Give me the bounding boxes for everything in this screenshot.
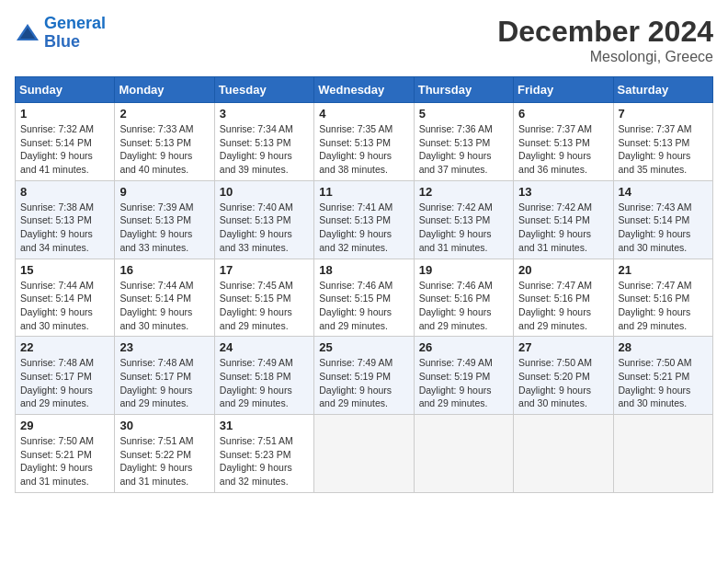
day-info: Sunrise: 7:34 AM Sunset: 5:13 PM Dayligh… bbox=[220, 122, 309, 177]
table-cell: 13Sunrise: 7:42 AM Sunset: 5:14 PM Dayli… bbox=[514, 180, 613, 259]
day-number: 14 bbox=[619, 185, 708, 199]
day-info: Sunrise: 7:51 AM Sunset: 5:22 PM Dayligh… bbox=[119, 434, 209, 488]
day-info: Sunrise: 7:32 AM Sunset: 5:14 PM Dayligh… bbox=[20, 122, 109, 177]
table-cell: 26Sunrise: 7:49 AM Sunset: 5:19 PM Dayli… bbox=[414, 337, 513, 415]
location-title: Mesolongi, Greece bbox=[497, 49, 713, 65]
table-cell: 20Sunrise: 7:47 AM Sunset: 5:16 PM Dayli… bbox=[514, 259, 613, 337]
table-cell: 28Sunrise: 7:50 AM Sunset: 5:21 PM Dayli… bbox=[613, 337, 712, 415]
logo: General Blue bbox=[15, 15, 106, 52]
table-cell: 1Sunrise: 7:32 AM Sunset: 5:14 PM Daylig… bbox=[16, 103, 115, 181]
day-number: 28 bbox=[619, 340, 708, 354]
day-number: 23 bbox=[119, 340, 209, 354]
day-number: 29 bbox=[20, 419, 109, 432]
day-number: 2 bbox=[119, 107, 209, 121]
table-cell: 2Sunrise: 7:33 AM Sunset: 5:13 PM Daylig… bbox=[115, 103, 214, 181]
day-number: 4 bbox=[319, 107, 408, 121]
calendar-table: Sunday Monday Tuesday Wednesday Thursday… bbox=[15, 76, 713, 493]
col-saturday: Saturday bbox=[613, 77, 712, 103]
day-number: 17 bbox=[220, 263, 309, 277]
calendar-week-row: 1Sunrise: 7:32 AM Sunset: 5:14 PM Daylig… bbox=[16, 103, 713, 181]
table-cell: 31Sunrise: 7:51 AM Sunset: 5:23 PM Dayli… bbox=[214, 415, 313, 493]
day-info: Sunrise: 7:51 AM Sunset: 5:23 PM Dayligh… bbox=[220, 434, 309, 488]
col-wednesday: Wednesday bbox=[314, 77, 414, 103]
table-cell: 15Sunrise: 7:44 AM Sunset: 5:14 PM Dayli… bbox=[16, 259, 115, 337]
table-cell: 8Sunrise: 7:38 AM Sunset: 5:13 PM Daylig… bbox=[16, 180, 115, 259]
day-info: Sunrise: 7:35 AM Sunset: 5:13 PM Dayligh… bbox=[319, 122, 408, 177]
table-cell bbox=[613, 415, 712, 493]
logo-line2: Blue bbox=[44, 32, 80, 51]
table-cell: 22Sunrise: 7:48 AM Sunset: 5:17 PM Dayli… bbox=[16, 337, 115, 415]
day-number: 20 bbox=[518, 263, 608, 277]
col-friday: Friday bbox=[514, 77, 613, 103]
day-info: Sunrise: 7:40 AM Sunset: 5:13 PM Dayligh… bbox=[220, 201, 309, 255]
page-header: General Blue December 2024 Mesolongi, Gr… bbox=[15, 15, 713, 65]
day-number: 27 bbox=[518, 340, 608, 354]
table-cell: 21Sunrise: 7:47 AM Sunset: 5:16 PM Dayli… bbox=[613, 259, 712, 337]
table-cell: 29Sunrise: 7:50 AM Sunset: 5:21 PM Dayli… bbox=[16, 415, 115, 493]
calendar-week-row: 29Sunrise: 7:50 AM Sunset: 5:21 PM Dayli… bbox=[16, 415, 713, 493]
day-info: Sunrise: 7:49 AM Sunset: 5:19 PM Dayligh… bbox=[319, 356, 408, 410]
table-cell: 30Sunrise: 7:51 AM Sunset: 5:22 PM Dayli… bbox=[115, 415, 214, 493]
calendar-week-row: 15Sunrise: 7:44 AM Sunset: 5:14 PM Dayli… bbox=[16, 259, 713, 337]
day-info: Sunrise: 7:37 AM Sunset: 5:13 PM Dayligh… bbox=[518, 122, 608, 177]
title-section: December 2024 Mesolongi, Greece bbox=[497, 15, 713, 65]
day-number: 13 bbox=[518, 185, 608, 199]
table-cell: 7Sunrise: 7:37 AM Sunset: 5:13 PM Daylig… bbox=[613, 103, 712, 181]
col-thursday: Thursday bbox=[414, 77, 513, 103]
day-info: Sunrise: 7:44 AM Sunset: 5:14 PM Dayligh… bbox=[20, 279, 109, 333]
table-cell: 4Sunrise: 7:35 AM Sunset: 5:13 PM Daylig… bbox=[314, 103, 414, 181]
table-cell: 27Sunrise: 7:50 AM Sunset: 5:20 PM Dayli… bbox=[514, 337, 613, 415]
day-info: Sunrise: 7:37 AM Sunset: 5:13 PM Dayligh… bbox=[619, 122, 708, 177]
day-info: Sunrise: 7:36 AM Sunset: 5:13 PM Dayligh… bbox=[419, 122, 508, 177]
table-cell: 23Sunrise: 7:48 AM Sunset: 5:17 PM Dayli… bbox=[115, 337, 214, 415]
table-cell: 3Sunrise: 7:34 AM Sunset: 5:13 PM Daylig… bbox=[214, 103, 313, 181]
header-row: Sunday Monday Tuesday Wednesday Thursday… bbox=[16, 77, 713, 103]
calendar-week-row: 22Sunrise: 7:48 AM Sunset: 5:17 PM Dayli… bbox=[16, 337, 713, 415]
day-info: Sunrise: 7:47 AM Sunset: 5:16 PM Dayligh… bbox=[619, 279, 708, 333]
day-info: Sunrise: 7:43 AM Sunset: 5:14 PM Dayligh… bbox=[619, 201, 708, 255]
day-number: 30 bbox=[119, 419, 209, 432]
day-info: Sunrise: 7:50 AM Sunset: 5:21 PM Dayligh… bbox=[619, 356, 708, 410]
day-info: Sunrise: 7:48 AM Sunset: 5:17 PM Dayligh… bbox=[20, 356, 109, 410]
table-cell: 24Sunrise: 7:49 AM Sunset: 5:18 PM Dayli… bbox=[214, 337, 313, 415]
calendar-header: Sunday Monday Tuesday Wednesday Thursday… bbox=[16, 77, 713, 103]
day-number: 11 bbox=[319, 185, 408, 199]
day-info: Sunrise: 7:45 AM Sunset: 5:15 PM Dayligh… bbox=[220, 279, 309, 333]
table-cell: 9Sunrise: 7:39 AM Sunset: 5:13 PM Daylig… bbox=[115, 180, 214, 259]
day-number: 6 bbox=[518, 107, 608, 121]
logo-line1: General bbox=[44, 14, 106, 32]
day-number: 18 bbox=[319, 263, 408, 277]
day-number: 16 bbox=[119, 263, 209, 277]
table-cell: 5Sunrise: 7:36 AM Sunset: 5:13 PM Daylig… bbox=[414, 103, 513, 181]
table-cell: 19Sunrise: 7:46 AM Sunset: 5:16 PM Dayli… bbox=[414, 259, 513, 337]
col-monday: Monday bbox=[115, 77, 214, 103]
day-info: Sunrise: 7:47 AM Sunset: 5:16 PM Dayligh… bbox=[518, 279, 608, 333]
table-cell bbox=[314, 415, 414, 493]
day-info: Sunrise: 7:38 AM Sunset: 5:13 PM Dayligh… bbox=[20, 201, 109, 255]
table-cell: 11Sunrise: 7:41 AM Sunset: 5:13 PM Dayli… bbox=[314, 180, 414, 259]
col-sunday: Sunday bbox=[16, 77, 115, 103]
day-number: 1 bbox=[20, 107, 109, 121]
table-cell bbox=[414, 415, 513, 493]
day-info: Sunrise: 7:48 AM Sunset: 5:17 PM Dayligh… bbox=[119, 356, 209, 410]
table-cell: 14Sunrise: 7:43 AM Sunset: 5:14 PM Dayli… bbox=[613, 180, 712, 259]
logo-text: General Blue bbox=[44, 15, 106, 52]
day-number: 25 bbox=[319, 340, 408, 354]
day-info: Sunrise: 7:39 AM Sunset: 5:13 PM Dayligh… bbox=[119, 201, 209, 255]
col-tuesday: Tuesday bbox=[214, 77, 313, 103]
day-number: 26 bbox=[419, 340, 508, 354]
day-number: 8 bbox=[20, 185, 109, 199]
day-number: 24 bbox=[220, 340, 309, 354]
day-info: Sunrise: 7:42 AM Sunset: 5:14 PM Dayligh… bbox=[518, 201, 608, 255]
day-info: Sunrise: 7:46 AM Sunset: 5:16 PM Dayligh… bbox=[419, 279, 508, 333]
table-cell bbox=[514, 415, 613, 493]
table-cell: 25Sunrise: 7:49 AM Sunset: 5:19 PM Dayli… bbox=[314, 337, 414, 415]
day-info: Sunrise: 7:42 AM Sunset: 5:13 PM Dayligh… bbox=[419, 201, 508, 255]
day-number: 7 bbox=[619, 107, 708, 121]
day-info: Sunrise: 7:33 AM Sunset: 5:13 PM Dayligh… bbox=[119, 122, 209, 177]
day-info: Sunrise: 7:50 AM Sunset: 5:21 PM Dayligh… bbox=[20, 434, 109, 488]
day-number: 12 bbox=[419, 185, 508, 199]
day-number: 3 bbox=[220, 107, 309, 121]
day-number: 9 bbox=[119, 185, 209, 199]
day-info: Sunrise: 7:49 AM Sunset: 5:18 PM Dayligh… bbox=[220, 356, 309, 410]
